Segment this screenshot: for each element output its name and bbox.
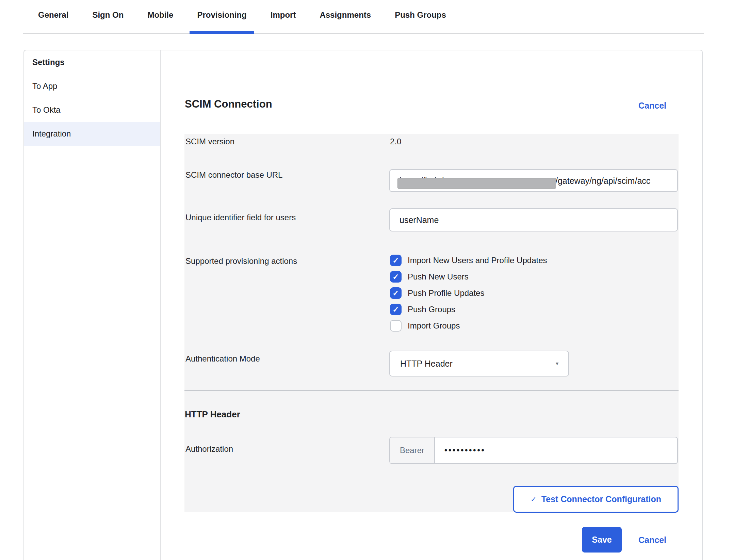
authorization-input-group: Bearer ••••••••••	[389, 437, 678, 464]
settings-sidebar: Settings To App To Okta Integration	[24, 50, 161, 560]
tab-provisioning[interactable]: Provisioning	[190, 0, 254, 34]
unique-id-label: Unique identifier field for users	[185, 213, 296, 222]
action-label: Push New Users	[408, 272, 469, 282]
unique-id-input[interactable]: userName	[389, 208, 678, 231]
cancel-link-bottom[interactable]: Cancel	[638, 535, 666, 545]
auth-mode-label: Authentication Mode	[185, 354, 260, 364]
base-url-visible-suffix: /gateway/ng/api/scim/acc	[555, 176, 650, 185]
action-row-push-profile-updates: ✓ Push Profile Updates	[390, 285, 547, 301]
action-row-push-groups: ✓ Push Groups	[390, 301, 547, 318]
sidebar-item-to-app[interactable]: To App	[24, 74, 160, 98]
tab-push-groups[interactable]: Push Groups	[387, 0, 454, 34]
section-divider	[184, 390, 679, 391]
action-row-push-new-users: ✓ Push New Users	[390, 269, 547, 285]
action-row-import-groups: Import Groups	[390, 318, 547, 334]
check-icon: ✓	[531, 496, 537, 503]
unique-id-value: userName	[400, 215, 439, 225]
action-label: Push Profile Updates	[408, 288, 484, 298]
check-icon: ✓	[392, 289, 399, 297]
app-tab-bar: General Sign On Mobile Provisioning Impo…	[23, 0, 704, 34]
check-icon: ✓	[392, 306, 399, 314]
test-connector-configuration-label: Test Connector Configuration	[541, 494, 661, 504]
authorization-label: Authorization	[185, 444, 233, 454]
action-row-import-new-users: ✓ Import New Users and Profile Updates	[390, 252, 547, 269]
scim-version-label: SCIM version	[185, 137, 234, 146]
save-button[interactable]: Save	[582, 527, 622, 553]
action-label: Import Groups	[408, 321, 460, 331]
base-url-input[interactable]: https://h5hd-135-19-67-149/gateway/ng/ap…	[389, 169, 678, 192]
authorization-prefix: Bearer	[390, 437, 435, 463]
redaction-bar	[397, 178, 556, 189]
authorization-token-field[interactable]: ••••••••••	[435, 437, 486, 463]
action-label: Push Groups	[408, 305, 455, 314]
check-icon: ✓	[392, 273, 399, 281]
auth-mode-select[interactable]: HTTP Header ▼	[389, 351, 569, 377]
sidebar-item-to-okta[interactable]: To Okta	[24, 98, 160, 122]
tab-general[interactable]: General	[31, 0, 76, 34]
test-connector-configuration-button[interactable]: ✓ Test Connector Configuration	[513, 486, 679, 513]
checkbox-push-profile-updates[interactable]: ✓	[390, 287, 402, 299]
checkbox-import-groups[interactable]	[390, 320, 402, 332]
app-window: General Sign On Mobile Provisioning Impo…	[0, 0, 749, 560]
provisioning-actions-label: Supported provisioning actions	[185, 256, 297, 266]
auth-mode-selected-value: HTTP Header	[400, 359, 453, 369]
provisioning-actions-list: ✓ Import New Users and Profile Updates ✓…	[390, 252, 547, 334]
action-label: Import New Users and Profile Updates	[408, 256, 547, 265]
tab-assignments[interactable]: Assignments	[312, 0, 378, 34]
chevron-down-icon: ▼	[555, 361, 559, 366]
scim-version-value: 2.0	[390, 137, 401, 146]
sidebar-item-integration[interactable]: Integration	[24, 122, 160, 146]
sidebar-header-settings: Settings	[24, 50, 160, 74]
tab-import[interactable]: Import	[263, 0, 304, 34]
cancel-link-top[interactable]: Cancel	[638, 101, 666, 111]
base-url-label: SCIM connector base URL	[185, 170, 282, 180]
checkbox-push-new-users[interactable]: ✓	[390, 271, 402, 283]
tab-mobile[interactable]: Mobile	[140, 0, 181, 34]
http-header-section-title: HTTP Header	[185, 409, 240, 420]
page-title: SCIM Connection	[185, 98, 272, 110]
checkbox-push-groups[interactable]: ✓	[390, 304, 402, 315]
tab-sign-on[interactable]: Sign On	[85, 0, 131, 34]
checkbox-import-new-users[interactable]: ✓	[390, 255, 402, 266]
check-icon: ✓	[392, 257, 399, 265]
